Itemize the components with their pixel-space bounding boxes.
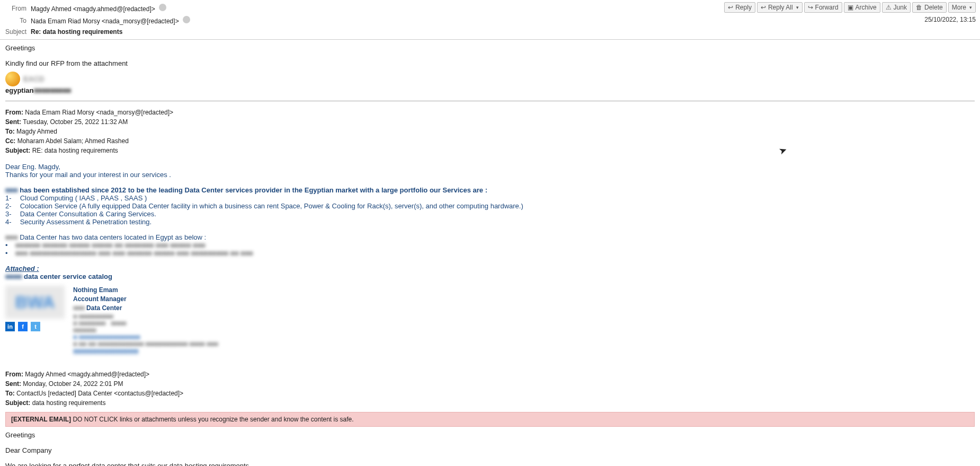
sender-logo: EACD egyptian■■■■■■■■■ [5,72,975,94]
facebook-icon[interactable]: f [18,322,28,331]
message-body: Greetings Kindly find our RFP from the a… [0,40,980,466]
sig-blur-line: ■ ■■■■■■■■■■■■■■■■ [73,333,218,340]
junk-icon: ⚠ [886,4,892,11]
contact-icon[interactable] [183,16,190,23]
orig-line: We are looking for a perfect data center… [5,462,975,466]
sig-blur-line: ■ ■■ ■■ ■■■■■■■■■■■■ ■■■■■■■■■■■ ■■■■ ■■… [73,340,218,347]
timestamp: 25/10/2022, 13:15 [924,16,976,23]
dc-intro: ■■■ Data Center has two data centers loc… [5,233,975,241]
logo-text-blurred: EACD [23,75,44,83]
reply-button[interactable]: ↩Reply [724,2,755,13]
dc-bullet-1: • ■■■■■■ ■■■■■■ ■■■■■ ■■■■■ ■■ ■■■■■■■ ■… [5,241,975,249]
reply-all-button[interactable]: ↩Reply All▾ [757,2,803,13]
message-header: ↩Reply ↩Reply All▾ ↪Forward ▣Archive ⚠Ju… [0,0,980,40]
toolbar: ↩Reply ↩Reply All▾ ↪Forward ▣Archive ⚠Ju… [724,2,976,13]
orig-dear: Dear Company [5,446,975,454]
services-list: 1- Cloud Computing ( IAAS , PAAS , SAAS … [5,194,975,226]
dc-bullet-2: • ■■■ ■■■■■■■■■■■■■■■■ ■■■ ■■■ ■■■■■■ ■■… [5,249,975,257]
reply-icon: ↩ [728,4,733,11]
more-button[interactable]: More▾ [948,2,976,13]
delete-icon: 🗑 [916,4,922,11]
forward-button[interactable]: ↪Forward [804,2,842,13]
separator [5,101,975,101]
external-email-banner: [EXTERNAL EMAIL] DO NOT CLICK links or a… [5,412,975,427]
thanks-line: Thanks for your mail and your interest i… [5,171,975,179]
logo-icon [5,72,20,86]
catalog-line: ■■■■ data center service catalog [5,272,975,280]
sig-dc: ■■■ Data Center [73,304,218,313]
attached-label: Attached : [5,265,975,272]
egyptian-line: egyptian■■■■■■■■■ [5,86,975,94]
archive-icon: ▣ [848,4,853,11]
to-label: To [4,17,31,24]
reply-all-icon: ↩ [761,4,766,11]
sig-name: Nothing Emam [73,286,218,295]
from-label: From [4,5,31,12]
body-greeting: Greetings [5,44,975,52]
quoted-header-1: From: Nada Emam Riad Morsy <nada_morsy@[… [5,108,975,155]
established-line: ■■■ has been established since 2012 to b… [5,186,975,194]
signature: BWA in f t Nothing Emam Account Manager … [5,286,975,354]
sig-blur-line: ■■■■■■ [73,326,218,333]
salutation: Dear Eng. Magdy, [5,163,975,171]
twitter-icon[interactable]: t [31,322,40,331]
subject-value: Re: data hosting requirements [31,28,976,36]
sig-blur-line: ■ ■■■■■■■■■ [73,312,218,319]
social-icons: in f t [5,322,65,331]
body-line: Kindly find our RFP from the attachment [5,59,975,67]
junk-button[interactable]: ⚠Junk [882,2,911,13]
chevron-down-icon: ▾ [969,5,972,10]
sig-title: Account Manager [73,295,218,304]
delete-button[interactable]: 🗑Delete [912,2,947,13]
orig-greeting: Greetings [5,431,975,439]
linkedin-icon[interactable]: in [5,322,15,331]
subject-label: Subject [4,28,31,36]
forward-icon: ↪ [808,4,813,11]
quoted-header-2: From: Magdy Ahmed <magdy.ahmed@[redacted… [5,370,975,408]
to-value: Nada Emam Riad Morsy <nada_morsy@[redact… [31,16,976,25]
sig-blur-line: ■ ■■■■■■■ ■■■■ [73,319,218,326]
sig-logo-blurred: BWA [5,286,65,319]
chevron-down-icon: ▾ [796,5,799,10]
archive-button[interactable]: ▣Archive [844,2,880,13]
contact-icon[interactable] [159,4,166,11]
sig-blur-line: ■■■■■■■■■■■■■■■■■ [73,347,218,354]
